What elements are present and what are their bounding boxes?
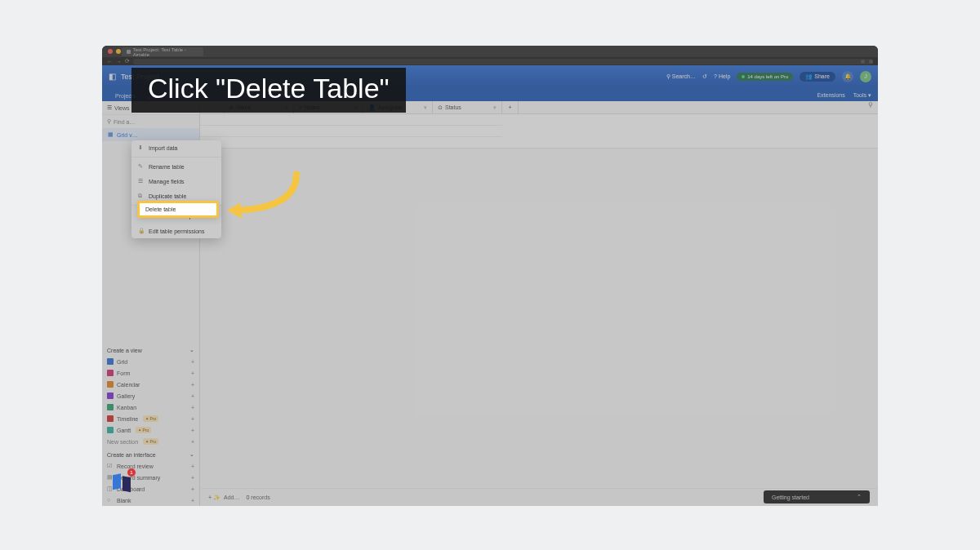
create-timeline-view[interactable]: Timeline✦ Pro+: [102, 413, 199, 424]
create-grid-view[interactable]: Grid+: [102, 356, 199, 367]
interface-record-review[interactable]: ☑Record review+: [102, 460, 199, 472]
extensions-button[interactable]: Extensions: [817, 92, 844, 99]
menu-import-data[interactable]: ⬇Import data: [131, 140, 221, 155]
download-icon: ⬇: [138, 144, 145, 151]
svg-rect-0: [113, 473, 121, 490]
plus-icon: +: [191, 464, 194, 469]
plus-icon: +: [191, 486, 194, 492]
create-kanban-view[interactable]: Kanban+: [102, 401, 199, 413]
search-button[interactable]: ⚲ Search…: [666, 73, 696, 80]
plus-icon: +: [191, 428, 194, 433]
gantt-icon: [107, 427, 114, 433]
duplicate-icon: ⧉: [138, 193, 145, 199]
sidebar-item-grid-view[interactable]: ▦ Grid v…: [102, 128, 199, 141]
notification-badge: 1: [127, 468, 136, 477]
plus-icon: +: [191, 498, 194, 503]
chevron-up-icon: ⌃: [857, 494, 862, 500]
window-minimize-icon[interactable]: [116, 49, 121, 54]
tab-title: Test Project: Test Table - Airtable: [133, 47, 198, 57]
address-bar[interactable]: [133, 59, 873, 64]
blank-icon: ○: [107, 497, 114, 503]
record-count: 0 records: [247, 495, 270, 500]
arrow-annotation: [223, 171, 305, 228]
plus-icon: +: [191, 382, 194, 388]
plus-icon: +: [191, 359, 194, 365]
pencil-icon: ✎: [138, 163, 145, 170]
create-gantt-view[interactable]: Gantt✦ Pro+: [102, 424, 199, 436]
menu-edit-permissions[interactable]: 🔒Edit table permissions: [131, 224, 221, 238]
pro-badge: ✦ Pro: [143, 438, 158, 445]
gallery-icon: [107, 393, 114, 399]
create-calendar-view[interactable]: Calendar+: [102, 379, 199, 390]
plus-icon: +: [191, 439, 194, 445]
window-close-icon[interactable]: [108, 49, 113, 54]
table-row[interactable]: [200, 114, 502, 126]
chevron-down-icon: ▾: [424, 104, 427, 111]
column-status[interactable]: ⊙Status▾: [433, 101, 502, 113]
app-logo-overlay: 1: [110, 471, 133, 494]
trial-badge[interactable]: 14 days left on Pro: [737, 73, 793, 81]
notifications-icon[interactable]: 🔔: [842, 71, 853, 82]
create-view-header[interactable]: Create a view⌄: [102, 343, 199, 356]
interface-blank[interactable]: ○Blank+: [102, 495, 199, 506]
app-frame: ◧ Test Project ⚲ Search… ↺ ? Help 14 day…: [102, 65, 878, 506]
find-view-input[interactable]: ⚲ Find a…: [102, 115, 199, 128]
menu-manage-fields[interactable]: ☰Manage fields: [131, 174, 221, 189]
menu-icon[interactable]: [869, 60, 873, 64]
calendar-icon: [107, 381, 114, 388]
fields-icon: ☰: [138, 178, 145, 184]
airtable-logo-icon[interactable]: ◧: [109, 72, 116, 81]
form-icon: [107, 370, 114, 376]
plus-icon: +: [191, 416, 194, 422]
forward-icon[interactable]: →: [116, 59, 122, 64]
getting-started-panel[interactable]: Getting started ⌃: [764, 490, 870, 503]
menu-rename-table[interactable]: ✎Rename table: [131, 159, 221, 174]
pro-badge: ✦ Pro: [136, 427, 151, 433]
instruction-banner: Click "Delete Table": [131, 68, 406, 113]
search-icon[interactable]: ⚲: [868, 101, 873, 109]
browser-tab-bar: Test Project: Test Table - Airtable: [102, 46, 878, 57]
grid-icon: ▦: [107, 131, 114, 138]
plus-icon: +: [191, 393, 194, 399]
data-rows[interactable]: [200, 114, 878, 149]
tools-button[interactable]: Tools ▾: [853, 92, 871, 99]
main-grid-area: AName▾ ≡Notes▾ 👤Assignee▾ ⊙Status▾ + + ✨…: [200, 101, 878, 506]
menu-delete-table[interactable]: Delete table: [137, 201, 219, 218]
chevron-down-icon: ⌄: [189, 347, 194, 353]
add-record-button[interactable]: + ✨ Add…: [208, 495, 240, 501]
select-field-icon: ⊙: [438, 104, 443, 111]
record-review-icon: ☑: [107, 463, 114, 469]
grid-icon: [107, 358, 114, 365]
create-gallery-view[interactable]: Gallery+: [102, 390, 199, 401]
browser-window: Test Project: Test Table - Airtable ← → …: [102, 46, 878, 506]
svg-rect-1: [122, 476, 131, 492]
lock-icon: 🔒: [138, 228, 145, 234]
table-context-menu: ⬇Import data ✎Rename table ☰Manage field…: [131, 140, 221, 238]
extension-icon[interactable]: [861, 60, 865, 64]
timeline-icon: [107, 415, 114, 422]
chevron-down-icon: ▾: [493, 104, 497, 111]
sidebar-item-label: Grid v…: [117, 132, 138, 138]
favicon-icon: [127, 50, 131, 54]
plus-icon: +: [191, 475, 194, 481]
add-column-button[interactable]: +: [502, 101, 519, 113]
create-form-view[interactable]: Form+: [102, 367, 199, 379]
create-section[interactable]: New section✦ Pro+: [102, 436, 199, 447]
reload-icon[interactable]: ⟳: [125, 58, 130, 64]
browser-toolbar: ← → ⟳: [102, 57, 878, 65]
kanban-icon: [107, 404, 114, 410]
workspace: ☰ Views ⚲ Find a… ▦ Grid v… Create a vie…: [102, 101, 878, 506]
browser-tab[interactable]: Test Project: Test Table - Airtable: [122, 47, 203, 56]
share-button[interactable]: 👥 Share: [800, 72, 835, 82]
chevron-down-icon: ⌄: [189, 451, 194, 458]
avatar[interactable]: J: [860, 71, 871, 82]
help-button[interactable]: ? Help: [714, 73, 730, 79]
plus-icon: +: [191, 405, 194, 410]
pro-badge: ✦ Pro: [143, 415, 158, 422]
table-row[interactable]: [200, 126, 502, 137]
plus-icon: +: [191, 370, 194, 376]
create-interface-header[interactable]: Create an interface⌄: [102, 447, 199, 460]
history-icon[interactable]: ↺: [702, 73, 707, 80]
back-icon[interactable]: ←: [107, 59, 113, 64]
